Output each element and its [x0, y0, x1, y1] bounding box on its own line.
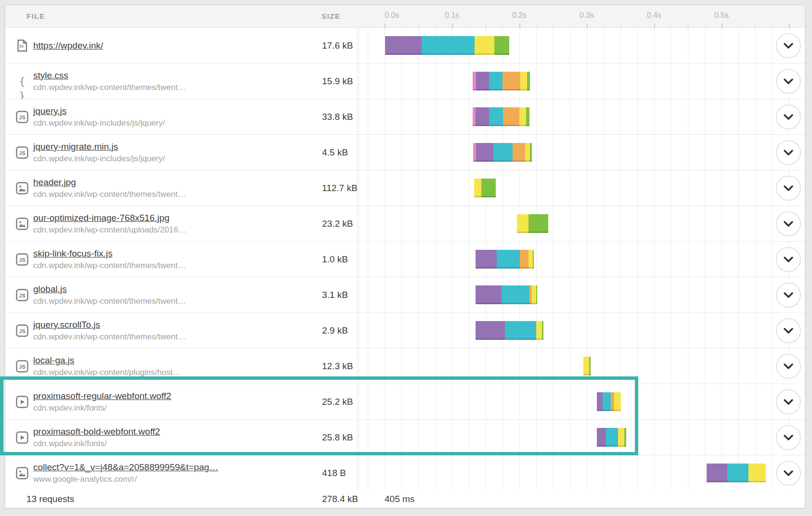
expand-row-button[interactable] — [776, 425, 801, 450]
svg-text:JS: JS — [19, 150, 25, 156]
expand-row-button[interactable] — [776, 140, 801, 165]
waterfall-bar — [476, 321, 543, 340]
timeline-cell — [357, 348, 805, 384]
bar-segment-purple — [476, 250, 497, 269]
axis-major-tick — [452, 24, 453, 28]
bar-segment-green — [528, 214, 548, 233]
timeline-cell — [357, 135, 805, 170]
expand-row-button[interactable] — [776, 176, 801, 201]
waterfall-bar — [473, 143, 532, 162]
file-link[interactable]: jquery.scrollTo.js — [33, 319, 186, 331]
table-row: proximasoft-regular-webfont.woff2 cdn.wp… — [5, 384, 805, 420]
bar-segment-green — [527, 72, 530, 90]
chevron-down-icon — [782, 432, 795, 443]
chevron-down-icon — [782, 147, 795, 158]
file-link[interactable]: local-ga.js — [33, 355, 181, 366]
font-file-icon — [15, 430, 29, 445]
svg-text:JS: JS — [19, 364, 25, 370]
bar-segment-purple — [707, 464, 727, 482]
bar-segment-purple — [385, 36, 422, 55]
css-braces-icon: { } — [15, 74, 29, 89]
expand-row-button[interactable] — [776, 33, 801, 58]
timeline-cell — [357, 28, 805, 63]
axis-major-tick — [722, 24, 722, 28]
bar-segment-yellow — [532, 285, 536, 304]
chevron-down-icon — [782, 325, 795, 336]
file-link[interactable]: header.jpg — [33, 177, 186, 188]
bar-segment-yellow — [475, 36, 494, 55]
expand-row-button[interactable] — [776, 211, 801, 236]
chevron-down-icon — [782, 76, 795, 87]
file-url: cdn.wpdev.ink/wp-content/themes/twent… — [33, 82, 186, 93]
bar-segment-green — [481, 179, 495, 197]
axis-minor-tick — [620, 24, 621, 28]
timeline-cell — [357, 242, 805, 277]
table-row: proximasoft-bold-webfont.woff2 cdn.wpdev… — [5, 420, 805, 455]
bar-segment-teal — [422, 36, 475, 55]
bar-segment-teal — [493, 143, 512, 162]
js-file-icon: JS — [15, 145, 29, 160]
time-axis: 0.0s0.1s0.2s0.3s0.4s0.5s — [357, 5, 805, 28]
expand-row-button[interactable] — [776, 283, 801, 308]
file-link[interactable]: https://wpdev.ink/ — [33, 40, 103, 52]
file-link[interactable]: proximasoft-bold-webfont.woff2 — [33, 426, 160, 438]
svg-text:JS: JS — [19, 115, 25, 120]
table-row: our-optimized-image-768x516.jpg cdn.wpde… — [5, 206, 805, 242]
bar-segment-green — [542, 321, 543, 340]
font-file-icon — [15, 395, 29, 409]
chevron-down-icon — [782, 218, 795, 230]
axis-major-tick — [587, 24, 588, 28]
js-file-icon: JS — [15, 110, 29, 124]
axis-tick-label: 0.0s — [385, 11, 399, 20]
waterfall-bar — [473, 107, 529, 126]
timeline-cell — [357, 277, 805, 312]
file-link[interactable]: global.js — [33, 284, 186, 295]
svg-text:JS: JS — [19, 328, 25, 334]
file-link[interactable]: proximasoft-regular-webfont.woff2 — [33, 390, 171, 402]
table-row: JS skip-link-focus-fix.js cdn.wpdev.ink/… — [5, 242, 805, 277]
bar-segment-teal — [505, 321, 536, 340]
file-link[interactable]: style.css — [33, 70, 186, 81]
waterfall-bar — [385, 36, 509, 55]
bar-segment-purple — [476, 285, 502, 304]
axis-major-tick — [385, 24, 386, 28]
expand-row-button[interactable] — [776, 354, 801, 379]
file-link[interactable]: our-optimized-image-768x516.jpg — [33, 212, 186, 224]
table-row: JS local-ga.js cdn.wpdev.ink/wp-content/… — [5, 348, 805, 384]
bar-segment-teal — [727, 464, 748, 482]
file-link[interactable]: collect?v=1&_v=j48&a=2058899959&t=pag… — [33, 462, 219, 473]
bar-segment-teal — [489, 72, 503, 90]
table-row: JS global.js cdn.wpdev.ink/wp-content/th… — [5, 277, 805, 313]
html-file-icon: /> — [15, 39, 29, 53]
file-size: 3.1 kB — [322, 290, 348, 300]
expand-row-button[interactable] — [776, 69, 801, 94]
expand-row-button[interactable] — [776, 461, 801, 486]
axis-tick-label: 0.4s — [647, 11, 661, 20]
table-row: header.jpg cdn.wpdev.ink/wp-content/them… — [5, 170, 805, 206]
file-size: 12.3 kB — [322, 361, 353, 372]
expand-row-button[interactable] — [776, 318, 801, 343]
file-size: 2.9 kB — [322, 325, 348, 336]
bar-segment-yellow — [536, 321, 542, 340]
expand-row-button[interactable] — [776, 247, 801, 272]
chevron-down-icon — [782, 111, 795, 123]
waterfall-panel: FILE SIZE 0.0s0.1s0.2s0.3s0.4s0.5s /> ht… — [5, 5, 805, 508]
request-count: 13 requests — [26, 494, 74, 504]
file-size: 25.2 kB — [322, 397, 353, 407]
file-link[interactable]: jquery.js — [33, 105, 165, 117]
file-link[interactable]: skip-link-focus-fix.js — [33, 248, 186, 259]
bar-segment-purple — [597, 392, 603, 411]
image-file-icon — [15, 466, 29, 480]
file-link[interactable]: jquery-migrate.min.js — [33, 141, 165, 153]
file-size: 15.9 kB — [322, 76, 353, 87]
bar-segment-teal — [497, 250, 520, 269]
bar-segment-green — [624, 428, 626, 447]
table-row: JS jquery.scrollTo.js cdn.wpdev.ink/wp-c… — [5, 313, 805, 348]
image-file-icon — [15, 181, 29, 195]
expand-row-button[interactable] — [776, 104, 801, 129]
timeline-cell — [357, 420, 805, 455]
expand-row-button[interactable] — [776, 389, 801, 414]
waterfall-bar — [473, 72, 530, 90]
file-url: cdn.wpdev.ink/wp-includes/js/jquery/ — [33, 118, 165, 129]
svg-text:JS: JS — [19, 257, 25, 263]
